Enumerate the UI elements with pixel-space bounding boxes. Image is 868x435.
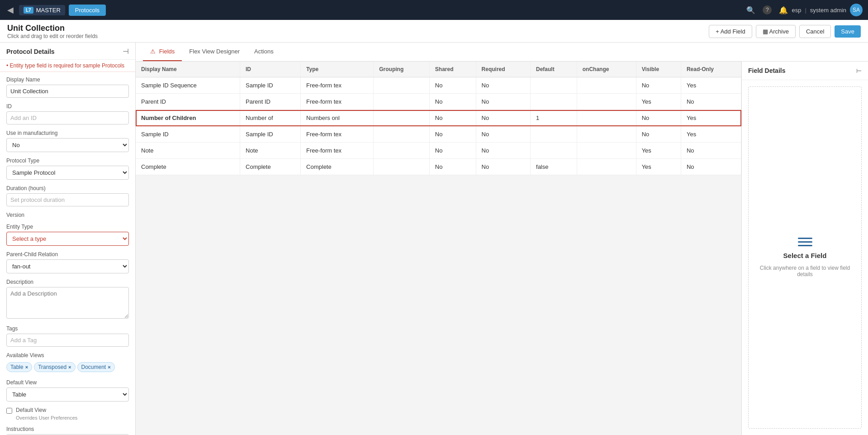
- default-view-label: Default View: [6, 379, 129, 386]
- expand-right-panel-button[interactable]: ⊢: [856, 67, 862, 74]
- table-cell: Sample ID: [136, 126, 240, 143]
- table-cell: Yes: [636, 159, 681, 175]
- save-button[interactable]: Save: [835, 25, 861, 38]
- use-in-mfg-label: Use in manufacturing: [6, 130, 129, 136]
- overrides-sublabel: Overrides User Preferences: [16, 415, 77, 421]
- table-cell: No: [476, 110, 530, 126]
- table-row[interactable]: NoteNoteFree-form texNoNoYesNo: [136, 143, 741, 159]
- duration-row: Duration (hours): [6, 185, 129, 206]
- table-cell: [577, 159, 636, 175]
- table-row[interactable]: Number of ChildrenNumber ofNumbers onlNo…: [136, 110, 741, 126]
- description-textarea[interactable]: [6, 287, 129, 319]
- table-cell: No: [429, 94, 476, 110]
- tag-transposed-remove[interactable]: ×: [68, 364, 71, 370]
- table-row[interactable]: Sample IDSample IDFree-form texNoNoNoYes: [136, 126, 741, 143]
- table-cell: [531, 77, 577, 94]
- bell-icon[interactable]: 🔔: [779, 6, 788, 14]
- duration-input[interactable]: [6, 193, 129, 206]
- collapse-panel-button[interactable]: ⊣: [123, 47, 129, 56]
- id-label: ID: [6, 103, 129, 110]
- search-icon[interactable]: 🔍: [746, 6, 755, 14]
- middle-wrapper: ⚠ Fields Flex View Designer Actions Disp…: [136, 43, 868, 435]
- app-name: MASTER: [36, 7, 61, 14]
- duration-label: Duration (hours): [6, 185, 129, 191]
- select-field-subtitle: Click anywhere on a field to view field …: [749, 265, 861, 277]
- form-section: Display Name ID Use in manufacturing No …: [0, 72, 135, 435]
- page-header: Unit Collection Click and drag to edit o…: [0, 20, 868, 43]
- avatar: SA: [850, 4, 863, 16]
- tab-actions[interactable]: Actions: [247, 43, 281, 61]
- page-header-actions: Add Field ▦ Archive Cancel Save: [709, 25, 861, 38]
- table-cell: No: [429, 77, 476, 94]
- page-title: Unit Collection: [7, 24, 98, 33]
- col-required: Required: [476, 62, 530, 77]
- id-row: ID: [6, 103, 129, 124]
- table-cell: Sample ID: [240, 126, 301, 143]
- table-cell: Note: [240, 143, 301, 159]
- tab-fields[interactable]: ⚠ Fields: [143, 43, 182, 61]
- display-name-input[interactable]: [6, 85, 129, 98]
- entity-type-row: Entity Type Select a type: [6, 224, 129, 246]
- use-in-mfg-select[interactable]: No Yes: [6, 138, 129, 152]
- left-panel: Protocol Details ⊣ Entity type field is …: [0, 43, 136, 435]
- id-input[interactable]: [6, 111, 129, 124]
- cancel-button[interactable]: Cancel: [799, 25, 831, 38]
- app-label: L7 MASTER: [19, 5, 65, 15]
- col-display-name: Display Name: [136, 62, 240, 77]
- table-cell: No: [681, 143, 741, 159]
- description-row: Description: [6, 279, 129, 320]
- table-cell: [577, 126, 636, 143]
- default-view-select[interactable]: Table Transposed Document: [6, 387, 129, 402]
- col-id: ID: [240, 62, 301, 77]
- page-subtitle: Click and drag to edit or reorder fields: [7, 33, 98, 39]
- tags-input[interactable]: [6, 334, 129, 347]
- default-view-overrides-checkbox[interactable]: [6, 408, 12, 414]
- table-cell: [531, 143, 577, 159]
- table-row[interactable]: Sample ID SequenceSample IDFree-form tex…: [136, 77, 741, 94]
- entity-type-select[interactable]: Select a type: [6, 232, 129, 246]
- display-name-label: Display Name: [6, 76, 129, 83]
- table-row[interactable]: Parent IDParent IDFree-form texNoNoYesNo: [136, 94, 741, 110]
- table-cell: No: [476, 77, 530, 94]
- instructions-row: Instructions: [6, 426, 129, 435]
- table-cell: [374, 126, 430, 143]
- version-row: Version: [6, 212, 129, 218]
- display-name-row: Display Name: [6, 76, 129, 98]
- table-cell: No: [476, 143, 530, 159]
- protocols-button[interactable]: Protocols: [69, 5, 106, 16]
- use-in-mfg-row: Use in manufacturing No Yes: [6, 130, 129, 152]
- archive-icon: ▦: [763, 28, 768, 35]
- version-label: Version: [6, 212, 129, 218]
- table-cell: [577, 94, 636, 110]
- help-icon[interactable]: ?: [763, 5, 772, 14]
- table-cell: No: [636, 77, 681, 94]
- tag-table: Table ×: [6, 362, 32, 372]
- table-cell: No: [476, 159, 530, 175]
- archive-button[interactable]: ▦ Archive: [756, 25, 796, 38]
- tag-table-remove[interactable]: ×: [25, 364, 28, 370]
- tab-flex-view-designer[interactable]: Flex View Designer: [182, 43, 247, 61]
- tag-document-remove[interactable]: ×: [108, 364, 110, 370]
- table-cell: false: [531, 159, 577, 175]
- table-cell: Sample ID: [240, 77, 301, 94]
- main-layout: Protocol Details ⊣ Entity type field is …: [0, 43, 868, 435]
- table-cell: Note: [136, 143, 240, 159]
- table-cell: No: [636, 126, 681, 143]
- hamburger-line-2: [798, 241, 812, 243]
- table-cell: [531, 126, 577, 143]
- table-cell: No: [429, 126, 476, 143]
- table-row[interactable]: CompleteCompleteCompleteNoNofalseYesNo: [136, 159, 741, 175]
- parent-child-select[interactable]: fan-out fan-in none: [6, 259, 129, 273]
- table-cell: Complete: [301, 159, 374, 175]
- back-button[interactable]: ◀: [5, 3, 15, 17]
- table-cell: No: [636, 110, 681, 126]
- add-field-button[interactable]: Add Field: [709, 25, 752, 38]
- protocol-type-select[interactable]: Sample Protocol Manufacturing Protocol: [6, 166, 129, 180]
- col-grouping: Grouping: [374, 62, 430, 77]
- parent-child-row: Parent-Child Relation fan-out fan-in non…: [6, 251, 129, 273]
- table-cell: [577, 143, 636, 159]
- table-cell: Free-form tex: [301, 143, 374, 159]
- table-cell: Free-form tex: [301, 77, 374, 94]
- content-area: Display Name ID Type Grouping Shared Req…: [136, 62, 868, 435]
- right-panel: Field Details ⊢ Select a Field Click any…: [741, 62, 868, 435]
